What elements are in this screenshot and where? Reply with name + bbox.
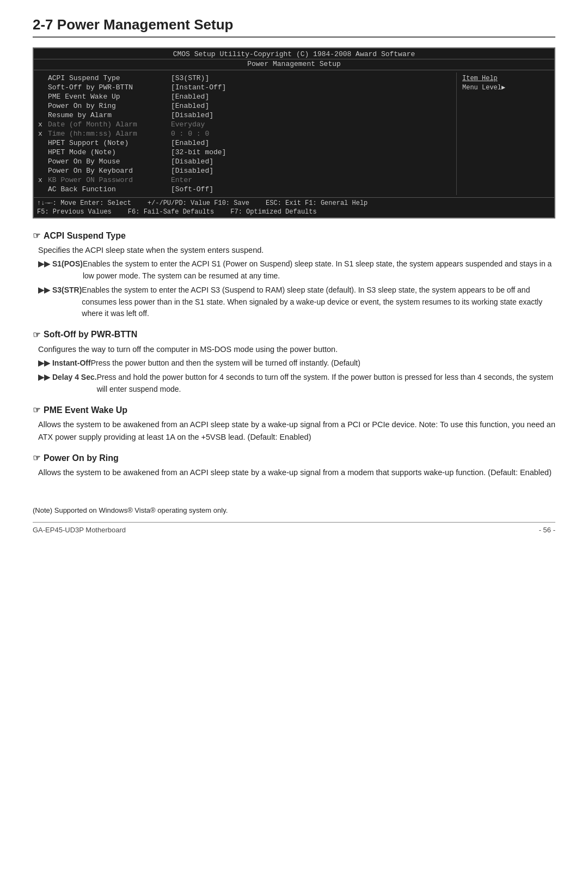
bios-row: xTime (hh:mm:ss) Alarm0 : 0 : 0 xyxy=(38,129,452,138)
bullet-label: ▶▶ Delay 4 Sec. xyxy=(38,372,97,395)
bullet-text: Press the power button and then the syst… xyxy=(91,357,555,369)
section-power-on-ring: ☞Power On by RingAllows the system to be… xyxy=(33,453,555,478)
bios-row: ACPI Suspend Type[S3(STR)] xyxy=(38,74,452,83)
section-title-text: Soft-Off by PWR-BTTN xyxy=(44,330,137,339)
footer-value: +/-/PU/PD: Value F10: Save xyxy=(148,199,249,207)
page-footer: (Note) Supported on Windows® Vista® oper… xyxy=(33,501,555,534)
bios-row-label: Power On by Ring xyxy=(46,102,171,110)
bios-row: xDate (of Month) AlarmEveryday xyxy=(38,120,452,129)
bios-row-value: [Disabled] xyxy=(171,157,452,166)
bios-row-label: ACPI Suspend Type xyxy=(46,74,171,82)
bios-row: PME Event Wake Up[Enabled] xyxy=(38,92,452,101)
bios-row: xKB Power ON PasswordEnter xyxy=(38,175,452,185)
bios-settings-list: ACPI Suspend Type[S3(STR)]Soft-Off by PW… xyxy=(34,72,456,195)
bios-row: Resume by Alarm[Disabled] xyxy=(38,111,452,120)
section-title-soft-off: ☞Soft-Off by PWR-BTTN xyxy=(33,330,555,340)
bios-row-label: Power On By Mouse xyxy=(46,157,171,166)
section-title-text: PME Event Wake Up xyxy=(44,405,127,415)
bios-row-x xyxy=(38,83,46,92)
bullet-item: ▶▶ Delay 4 Sec.Press and hold the power … xyxy=(38,372,555,395)
bios-row-value: [Enabled] xyxy=(171,102,452,110)
bullet-text: Press and hold the power button for 4 se… xyxy=(97,372,555,395)
bios-row: Power On By Mouse[Disabled] xyxy=(38,157,452,166)
bios-row-label: Power On By Keyboard xyxy=(46,167,171,175)
section-intro: Allows the system to be awakened from an… xyxy=(38,466,555,478)
bullet-item: ▶▶ S1(POS)Enables the system to enter th… xyxy=(38,258,555,282)
bios-row-value: [Enabled] xyxy=(171,139,452,147)
section-title-text: ACPI Suspend Type xyxy=(44,231,126,241)
bios-row-value: [Soft-Off] xyxy=(171,185,452,193)
bios-row-x: x xyxy=(38,120,46,129)
bios-row-x xyxy=(38,185,46,193)
bios-row-x xyxy=(38,148,46,156)
section-acpi-suspend: ☞ACPI Suspend TypeSpecifies the ACPI sle… xyxy=(33,230,555,320)
bios-row: Soft-Off by PWR-BTTN[Instant-Off] xyxy=(38,83,452,92)
footer-f5: F5: Previous Values xyxy=(37,208,112,216)
bios-row-x: x xyxy=(38,176,46,184)
bios-header2: Power Management Setup xyxy=(34,59,554,70)
section-soft-off: ☞Soft-Off by PWR-BTTNConfigures the way … xyxy=(33,330,555,396)
section-intro: Specifies the ACPI sleep state when the … xyxy=(38,244,555,256)
item-help-title: Item Help xyxy=(462,75,549,82)
section-title-text: Power On by Ring xyxy=(44,453,119,463)
section-body-acpi-suspend: Specifies the ACPI sleep state when the … xyxy=(38,244,555,320)
section-intro: Configures the way to turn off the compu… xyxy=(38,343,555,355)
footer-right: - 56 - xyxy=(539,526,555,534)
bios-row-label: KB Power ON Password xyxy=(46,176,171,184)
bios-row-x xyxy=(38,93,46,101)
bios-row-label: Time (hh:mm:ss) Alarm xyxy=(46,130,171,138)
bios-row-x xyxy=(38,139,46,147)
bios-row-label: AC Back Function xyxy=(46,185,171,193)
bios-row-value: [Disabled] xyxy=(171,167,452,175)
bios-item-help: Item Help Menu Level▶ xyxy=(456,72,554,195)
cursor-icon: ☞ xyxy=(33,230,40,241)
section-title-power-on-ring: ☞Power On by Ring xyxy=(33,453,555,463)
cursor-icon: ☞ xyxy=(33,330,40,340)
footer-left: GA-EP45-UD3P Motherboard xyxy=(33,526,126,534)
bios-row-x: x xyxy=(38,130,46,138)
footer-bar: GA-EP45-UD3P Motherboard - 56 - xyxy=(33,522,555,534)
sections-container: ☞ACPI Suspend TypeSpecifies the ACPI sle… xyxy=(33,230,555,479)
bios-row-value: [Enabled] xyxy=(171,93,452,101)
bios-row-value: [S3(STR)] xyxy=(171,74,452,82)
bios-row-label: Resume by Alarm xyxy=(46,111,171,119)
bios-row-x xyxy=(38,157,46,166)
bios-row-x xyxy=(38,111,46,119)
bullet-item: ▶▶ Instant-OffPress the power button and… xyxy=(38,357,555,369)
footer-f7: F7: Optimized Defaults xyxy=(230,208,316,216)
section-intro: Allows the system to be awakened from an… xyxy=(38,418,555,443)
bios-screenshot: CMOS Setup Utility-Copyright (C) 1984-20… xyxy=(33,47,555,218)
footer-note: (Note) Supported on Windows® Vista® oper… xyxy=(33,506,555,514)
bios-row-value: [32-bit mode] xyxy=(171,148,452,156)
item-help-text: Menu Level▶ xyxy=(462,83,549,92)
footer-esc: ESC: Exit F1: General Help xyxy=(266,199,367,207)
bios-footer-row2: F5: Previous Values F6: Fail-Safe Defaul… xyxy=(37,208,317,216)
bios-header1: CMOS Setup Utility-Copyright (C) 1984-20… xyxy=(34,48,554,59)
section-body-power-on-ring: Allows the system to be awakened from an… xyxy=(38,466,555,478)
bullet-text: Enables the system to enter the ACPI S3 … xyxy=(82,284,555,320)
section-pme-event: ☞PME Event Wake UpAllows the system to b… xyxy=(33,405,555,443)
bios-row-label: Date (of Month) Alarm xyxy=(46,120,171,129)
section-body-soft-off: Configures the way to turn off the compu… xyxy=(38,343,555,396)
bios-row-x xyxy=(38,74,46,82)
bios-row: Power On By Keyboard[Disabled] xyxy=(38,166,452,175)
cursor-icon: ☞ xyxy=(33,453,40,463)
bios-row: HPET Mode (Note)[32-bit mode] xyxy=(38,148,452,157)
bios-row-label: PME Event Wake Up xyxy=(46,93,171,101)
bios-row: HPET Support (Note)[Enabled] xyxy=(38,138,452,148)
bullet-label: ▶▶ S3(STR) xyxy=(38,284,82,320)
bios-row-x xyxy=(38,102,46,110)
bios-row-x xyxy=(38,167,46,175)
bios-row-value: Enter xyxy=(171,176,452,184)
bullet-label: ▶▶ Instant-Off xyxy=(38,357,91,369)
bios-row-value: [Disabled] xyxy=(171,111,452,119)
bullet-label: ▶▶ S1(POS) xyxy=(38,258,83,282)
bios-footer: ↑↓→←: Move Enter: Select +/-/PU/PD: Valu… xyxy=(34,197,554,217)
bios-row: AC Back Function[Soft-Off] xyxy=(38,185,452,194)
bios-footer-row1: ↑↓→←: Move Enter: Select +/-/PU/PD: Valu… xyxy=(37,199,367,207)
page-title: 2-7 Power Management Setup xyxy=(33,16,555,38)
bios-body: ACPI Suspend Type[S3(STR)]Soft-Off by PW… xyxy=(34,70,554,197)
bullet-text: Enables the system to enter the ACPI S1 … xyxy=(83,258,555,282)
cursor-icon: ☞ xyxy=(33,405,40,415)
bios-row-label: Soft-Off by PWR-BTTN xyxy=(46,83,171,92)
